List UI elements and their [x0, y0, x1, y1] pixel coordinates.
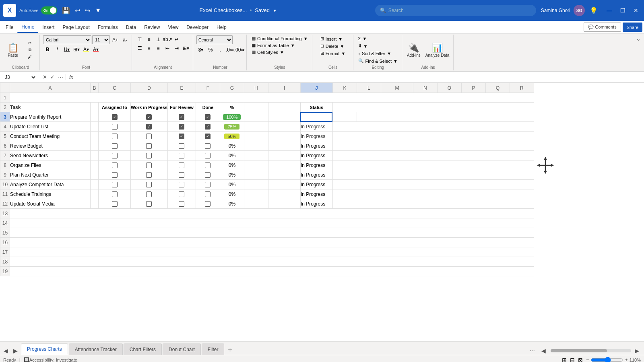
cell-row1[interactable] [10, 93, 534, 103]
menu-home[interactable]: Home [17, 22, 38, 33]
menu-insert[interactable]: Insert [38, 22, 58, 33]
cell-F5[interactable] [196, 132, 220, 141]
save-button[interactable]: 💾 [60, 6, 72, 15]
cell-K5-onwards[interactable] [332, 132, 534, 141]
cell-I10[interactable] [268, 180, 300, 189]
normal-view-button[interactable]: ⊞ [562, 357, 567, 362]
cell-E3[interactable] [167, 112, 196, 122]
cell-H9[interactable] [244, 170, 268, 180]
empty-row-14[interactable] [10, 218, 534, 228]
top-align-button[interactable]: ⊤ [135, 35, 144, 43]
cell-K3[interactable] [332, 112, 357, 122]
checkbox-C6[interactable] [112, 143, 118, 149]
row-num-11[interactable]: 11 [0, 189, 10, 199]
cell-E2[interactable]: For Review [167, 103, 196, 112]
cell-H5[interactable] [244, 132, 268, 141]
checkbox-E12[interactable] [179, 201, 184, 207]
cell-K9-onwards[interactable] [332, 170, 534, 180]
cell-I3[interactable] [268, 112, 300, 122]
zoom-in-button[interactable]: + [625, 357, 628, 362]
checkbox-E5[interactable] [179, 134, 184, 139]
cell-K10-onwards[interactable] [332, 180, 534, 189]
cell-E5[interactable] [167, 132, 196, 141]
cell-G5[interactable]: 50% [220, 132, 244, 141]
cell-J4[interactable]: In Progress [300, 122, 332, 132]
row-num-4[interactable]: 4 [0, 122, 10, 132]
cell-A7[interactable]: Send Newsletters [10, 151, 91, 160]
insert-cells-button[interactable]: ⊞ Insert ▼ [319, 35, 347, 42]
search-input[interactable] [388, 8, 531, 13]
checkbox-D9[interactable] [146, 172, 152, 178]
cell-B2[interactable] [91, 103, 99, 112]
cell-L3-onwards[interactable] [357, 112, 534, 122]
row-num-17[interactable]: 17 [0, 247, 10, 257]
increase-decimal-button[interactable]: .0⇐ [225, 45, 234, 54]
format-table-button[interactable]: ▦ Format as Table ▼ [250, 42, 310, 48]
row-num-12[interactable]: 12 [0, 199, 10, 209]
col-header-E[interactable]: E [167, 83, 196, 93]
checkbox-C9[interactable] [112, 172, 118, 178]
close-button[interactable]: ✕ [631, 7, 641, 14]
checkbox-C7[interactable] [112, 153, 118, 158]
cell-B4[interactable] [91, 122, 99, 132]
cell-D4[interactable] [131, 122, 168, 132]
cell-A12[interactable]: Update Social Media [10, 199, 91, 209]
cell-G9[interactable]: 0% [220, 170, 244, 180]
cell-H8[interactable] [244, 160, 268, 170]
cell-E4[interactable] [167, 122, 196, 132]
cell-I4[interactable] [268, 122, 300, 132]
fill-button[interactable]: ⬇ ▼ [357, 43, 399, 49]
format-painter-button[interactable]: 🖌 [23, 54, 37, 60]
right-align-button[interactable]: ≡ [154, 44, 163, 52]
cell-G10[interactable]: 0% [220, 180, 244, 189]
cell-reference-select[interactable]: J3 [3, 74, 37, 80]
empty-row-13[interactable] [10, 209, 534, 218]
cell-J8[interactable]: In Progress [300, 160, 332, 170]
checkbox-E8[interactable] [179, 162, 184, 168]
decrease-decimal-button[interactable]: .00⇒ [235, 45, 244, 54]
col-header-F[interactable]: F [196, 83, 220, 93]
cell-J2[interactable]: Status [300, 103, 332, 112]
cell-J6[interactable]: In Progress [300, 141, 332, 151]
mid-align-button[interactable]: ≡ [144, 35, 153, 43]
format-cells-button[interactable]: ⊞ Format ▼ [319, 50, 347, 57]
cell-G7[interactable]: 0% [220, 151, 244, 160]
checkbox-F8[interactable] [205, 162, 211, 168]
cell-C2[interactable]: Assigned to [99, 103, 131, 112]
formula-confirm-button[interactable]: ✓ [50, 74, 56, 80]
font-shrink-button[interactable]: a- [120, 35, 129, 44]
col-header-L[interactable]: L [357, 83, 381, 93]
increase-indent-button[interactable]: ⇥ [172, 44, 181, 52]
center-align-button[interactable]: ≡ [144, 44, 153, 52]
cell-G4[interactable]: 75% [220, 122, 244, 132]
cell-J5[interactable]: In Progress [300, 132, 332, 141]
comma-button[interactable]: , [216, 45, 225, 54]
row-num-9[interactable]: 9 [0, 170, 10, 180]
checkbox-D10[interactable] [146, 182, 152, 187]
saved-dropdown[interactable]: ▼ [271, 8, 279, 14]
cell-G6[interactable]: 0% [220, 141, 244, 151]
cell-A3[interactable]: Prepare Monthly Report [10, 112, 91, 122]
checkbox-F6[interactable] [205, 143, 211, 149]
row-num-5[interactable]: 5 [0, 132, 10, 141]
row-num-16[interactable]: 16 [0, 238, 10, 247]
cell-I9[interactable] [268, 170, 300, 180]
cell-H2[interactable] [244, 103, 268, 112]
checkbox-E7[interactable] [179, 153, 184, 158]
row-num-19[interactable]: 19 [0, 267, 10, 276]
fill-color-button[interactable]: A▾ [82, 45, 91, 54]
cell-H12[interactable] [244, 199, 268, 209]
cell-B7[interactable] [91, 151, 99, 160]
cell-B9[interactable] [91, 170, 99, 180]
page-break-button[interactable]: ⊠ [578, 357, 583, 362]
checkbox-C12[interactable] [112, 201, 118, 207]
delete-cells-button[interactable]: ⊟ Delete ▼ [319, 43, 347, 49]
cell-F3[interactable] [196, 112, 220, 122]
menu-developer[interactable]: Developer [182, 22, 213, 33]
checkbox-F5[interactable] [205, 134, 211, 139]
col-header-P[interactable]: P [461, 83, 485, 93]
tab-attendance-tracker[interactable]: Attendance Tracker [69, 343, 123, 355]
cell-G11[interactable]: 0% [220, 189, 244, 199]
cell-I5[interactable] [268, 132, 300, 141]
checkbox-D8[interactable] [146, 162, 152, 168]
